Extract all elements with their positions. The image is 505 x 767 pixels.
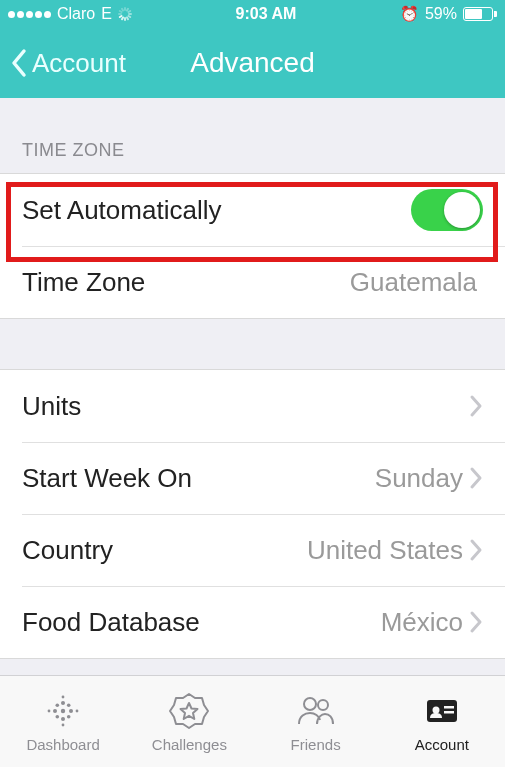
row-start-week-on[interactable]: Start Week On Sunday xyxy=(0,442,505,514)
tab-label: Account xyxy=(415,736,469,753)
status-time: 9:03 AM xyxy=(236,5,297,23)
tab-dashboard[interactable]: Dashboard xyxy=(0,676,126,767)
battery-icon xyxy=(463,7,497,21)
chevron-right-icon xyxy=(469,394,483,418)
svg-point-1 xyxy=(61,701,65,705)
separator xyxy=(0,658,505,659)
back-label: Account xyxy=(32,48,126,79)
svg-point-2 xyxy=(61,717,65,721)
row-units[interactable]: Units xyxy=(0,370,505,442)
screen: Claro E 9:03 AM ⏰ 59% xyxy=(0,0,505,767)
svg-point-7 xyxy=(56,715,60,719)
chevron-right-icon xyxy=(469,610,483,634)
status-right: ⏰ 59% xyxy=(400,5,497,23)
dashboard-icon xyxy=(42,690,84,732)
svg-rect-18 xyxy=(444,711,454,714)
svg-point-10 xyxy=(62,724,65,727)
status-bar: Claro E 9:03 AM ⏰ 59% xyxy=(0,0,505,28)
back-button[interactable]: Account xyxy=(0,48,126,79)
friends-icon xyxy=(295,690,337,732)
svg-point-14 xyxy=(318,700,328,710)
row-value: United States xyxy=(307,535,463,566)
tab-bar: Dashboard Challenges Friends xyxy=(0,675,505,767)
svg-point-8 xyxy=(67,715,71,719)
row-value: México xyxy=(381,607,463,638)
svg-point-9 xyxy=(62,696,65,699)
group-gap xyxy=(0,319,505,369)
svg-point-4 xyxy=(69,709,73,713)
svg-rect-17 xyxy=(444,706,454,709)
alarm-icon: ⏰ xyxy=(400,5,419,23)
tab-challenges[interactable]: Challenges xyxy=(126,676,252,767)
toggle-set-automatically[interactable] xyxy=(411,189,483,231)
nav-bar: Account Advanced xyxy=(0,28,505,98)
row-set-automatically[interactable]: Set Automatically xyxy=(0,174,505,246)
row-time-zone[interactable]: Time Zone Guatemala xyxy=(0,246,505,318)
row-label: Food Database xyxy=(22,607,200,638)
badge-star-icon xyxy=(168,690,210,732)
svg-point-5 xyxy=(56,704,60,708)
signal-dots-icon xyxy=(8,11,51,18)
svg-point-11 xyxy=(48,710,51,713)
row-value: Guatemala xyxy=(350,267,477,298)
row-label: Start Week On xyxy=(22,463,192,494)
activity-spinner-icon xyxy=(118,7,132,21)
svg-point-3 xyxy=(53,709,57,713)
chevron-left-icon xyxy=(10,48,28,78)
svg-point-12 xyxy=(76,710,79,713)
row-value: Sunday xyxy=(375,463,463,494)
page-title: Advanced xyxy=(190,47,315,79)
content: TIME ZONE Set Automatically Time Zone Gu… xyxy=(0,98,505,767)
status-left: Claro E xyxy=(8,5,132,23)
chevron-right-icon xyxy=(469,538,483,562)
tab-label: Dashboard xyxy=(26,736,99,753)
svg-point-16 xyxy=(432,707,439,714)
row-food-database[interactable]: Food Database México xyxy=(0,586,505,658)
general-list: Units Start Week On Sunday Country Unite… xyxy=(0,370,505,658)
timezone-list: Set Automatically Time Zone Guatemala xyxy=(0,174,505,318)
svg-point-13 xyxy=(304,698,316,710)
chevron-right-icon xyxy=(469,466,483,490)
account-card-icon xyxy=(421,690,463,732)
row-country[interactable]: Country United States xyxy=(0,514,505,586)
row-label: Country xyxy=(22,535,113,566)
section-header-timezone: TIME ZONE xyxy=(0,98,505,173)
row-label: Units xyxy=(22,391,81,422)
svg-point-0 xyxy=(61,709,65,713)
tab-label: Friends xyxy=(291,736,341,753)
toggle-knob xyxy=(444,192,480,228)
row-label: Time Zone xyxy=(22,267,145,298)
tab-friends[interactable]: Friends xyxy=(253,676,379,767)
tab-account[interactable]: Account xyxy=(379,676,505,767)
carrier-label: Claro xyxy=(57,5,95,23)
battery-percent: 59% xyxy=(425,5,457,23)
row-label: Set Automatically xyxy=(22,195,221,226)
tab-label: Challenges xyxy=(152,736,227,753)
svg-point-6 xyxy=(67,704,71,708)
network-type: E xyxy=(101,5,112,23)
